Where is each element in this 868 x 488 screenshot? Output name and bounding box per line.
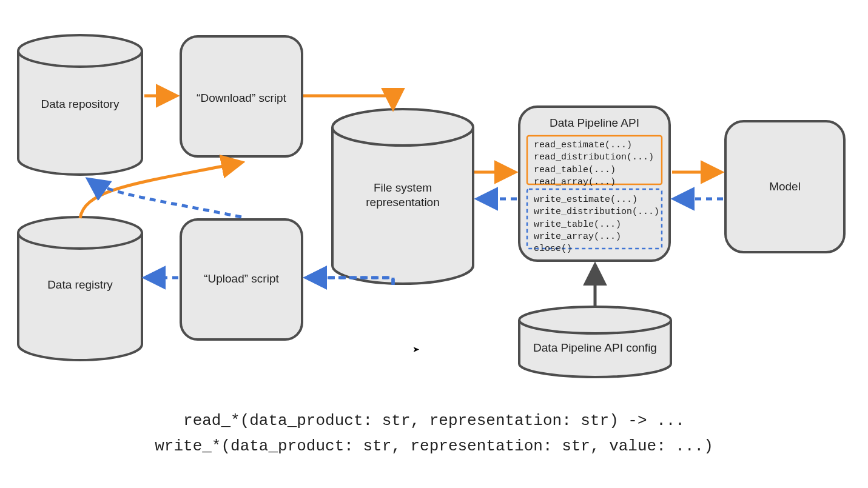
api-read-box [527,136,662,184]
node-file-system [332,109,473,284]
arrow-upload-to-repository [89,179,241,217]
diagram-canvas [0,0,868,488]
node-model [725,121,844,252]
node-data-repository [18,35,142,175]
api-write-box [527,189,662,249]
svg-point-4 [18,35,142,67]
arrow-download-to-filesystem [303,96,393,108]
svg-rect-11 [332,127,473,266]
svg-point-19 [519,307,671,333]
svg-point-9 [18,217,142,249]
node-data-registry [18,217,142,360]
node-download-script [181,36,302,156]
node-api-config [519,307,671,377]
node-upload-script [181,219,302,339]
svg-point-14 [332,109,473,145]
